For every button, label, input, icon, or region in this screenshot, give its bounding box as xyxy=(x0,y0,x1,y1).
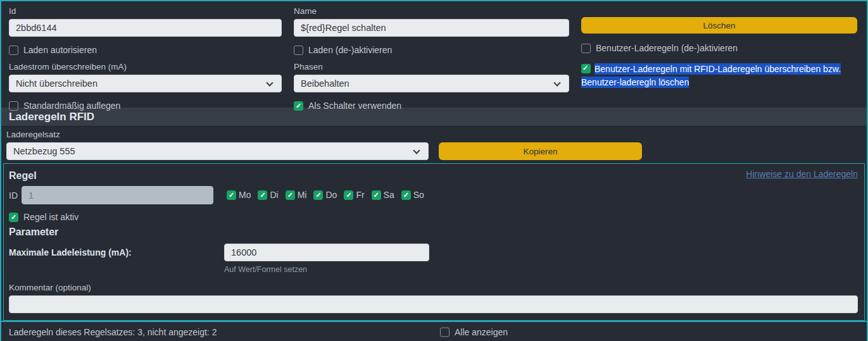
footer: Laderegeln dieses Regelsatzes: 3, nicht … xyxy=(1,322,867,341)
max-power-label: Maximale Ladeleistung (mA): xyxy=(9,247,224,257)
checkbox-icon xyxy=(294,46,303,55)
checkbox-checked-icon xyxy=(227,190,236,200)
override-rfid-label: Benutzer-Laderegeln mit RFID-Laderegeln … xyxy=(581,63,841,88)
checkbox-icon xyxy=(9,46,18,55)
comment-label: Kommentar (optional) xyxy=(9,282,858,293)
delete-button[interactable]: Löschen xyxy=(581,17,857,34)
show-all-checkbox[interactable]: Alle anzeigen xyxy=(440,327,508,338)
name-label: Name xyxy=(294,6,569,16)
day-checkbox-so[interactable]: So xyxy=(401,190,424,201)
day-checkbox-mo[interactable]: Mo xyxy=(227,190,251,201)
copy-button[interactable]: Kopieren xyxy=(439,142,642,160)
rule-id-row: ID Mo Di Mi Do xyxy=(9,186,858,204)
day-checkbox-sa[interactable]: Sa xyxy=(372,190,394,201)
checkbox-checked-icon xyxy=(372,190,381,200)
checkbox-icon xyxy=(581,44,591,53)
ruleset-label: Laderegelsatz xyxy=(6,129,857,140)
rule-title: Regel xyxy=(9,170,858,182)
main-area: Id Laden autorisieren Ladestrom überschr… xyxy=(1,1,867,322)
phases-label: Phasen xyxy=(294,61,569,72)
id-input[interactable] xyxy=(9,19,282,37)
rule-id-input xyxy=(22,186,213,204)
column-id: Id Laden autorisieren Ladestrom überschr… xyxy=(9,4,282,111)
override-rfid-checkbox[interactable]: Benutzer-Laderegeln mit RFID-Laderegeln … xyxy=(581,63,857,89)
name-input[interactable] xyxy=(294,19,569,37)
chevron-down-icon xyxy=(266,79,273,86)
checkbox-checked-icon xyxy=(294,101,303,111)
ruleset-status-text: Laderegeln dieses Regelsatzes: 3, nicht … xyxy=(9,327,217,337)
rule-active-checkbox[interactable]: Regel ist aktiv xyxy=(9,212,858,223)
checkbox-checked-icon xyxy=(286,190,295,200)
rule-panel: Hinweise zu den Laderegeln Regel ID Mo D… xyxy=(3,163,865,321)
section-title: Laderegeln RFID xyxy=(9,111,94,123)
hints-link[interactable]: Hinweise zu den Laderegeln xyxy=(746,169,858,179)
checkbox-icon xyxy=(440,328,450,337)
deactivate-charging-checkbox[interactable]: Laden (de-)aktivieren xyxy=(294,45,569,56)
id-label: Id xyxy=(9,6,282,16)
checkbox-checked-icon xyxy=(258,190,267,200)
chevron-down-icon xyxy=(553,79,560,86)
weekday-checkboxes: Mo Di Mi Do Fr xyxy=(227,190,431,201)
parameter-title: Parameter xyxy=(9,226,858,238)
rule-id-label: ID xyxy=(9,190,22,201)
comment-input[interactable] xyxy=(9,295,858,313)
use-as-switch-checkbox[interactable]: Als Schalter verwenden xyxy=(294,101,569,111)
ruleset-area: Laderegelsatz Netzbezug 555 Kopieren xyxy=(1,127,867,163)
column-name: Name Laden (de-)aktivieren Phasen Beibeh… xyxy=(294,4,569,111)
user-rules-toggle-checkbox[interactable]: Benutzer-Laderegeln (de-)aktivieren xyxy=(581,43,857,54)
max-power-input[interactable] xyxy=(224,244,429,261)
default-hangup-checkbox[interactable]: Standardmäßig auflegen xyxy=(9,101,282,111)
day-checkbox-mi[interactable]: Mi xyxy=(286,190,307,201)
checkbox-checked-icon xyxy=(9,213,18,222)
checkbox-checked-icon xyxy=(313,190,323,200)
rule-edit-form: Id Laden autorisieren Ladestrom überschr… xyxy=(1,1,867,108)
checkbox-checked-icon xyxy=(401,190,411,200)
day-checkbox-do[interactable]: Do xyxy=(313,190,337,201)
column-actions: Löschen Benutzer-Laderegeln (de-)aktivie… xyxy=(581,4,857,111)
day-checkbox-di[interactable]: Di xyxy=(258,190,278,201)
override-current-label: Ladestrom überschreiben (mA) xyxy=(9,61,282,72)
checkbox-checked-icon xyxy=(344,190,353,200)
override-current-select[interactable]: Nicht überschreiben xyxy=(9,75,282,92)
chevron-down-icon xyxy=(413,147,420,154)
checkbox-icon xyxy=(9,101,18,111)
max-power-row: Maximale Ladeleistung (mA): xyxy=(9,244,858,261)
authorize-charging-checkbox[interactable]: Laden autorisieren xyxy=(9,45,282,56)
checkbox-checked-icon xyxy=(581,64,591,73)
day-checkbox-fr[interactable]: Fr xyxy=(344,190,364,201)
ruleset-select[interactable]: Netzbezug 555 xyxy=(6,142,429,160)
phases-select[interactable]: Beibehalten xyxy=(294,75,569,92)
formula-hint: Auf Wert/Formel setzen xyxy=(224,265,858,274)
